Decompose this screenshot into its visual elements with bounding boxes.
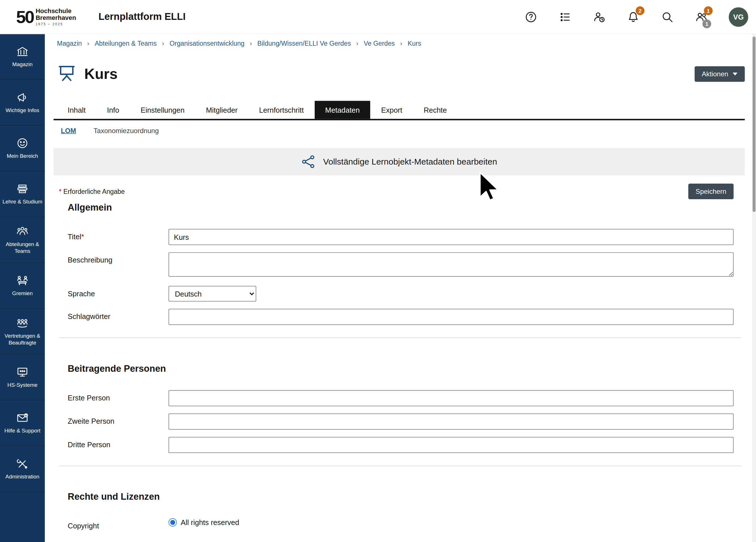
subtab-taxonomiezuordnung[interactable]: Taxonomiezuordnung (94, 127, 159, 134)
tab-bar: Inhalt Info Einstellungen Mitglieder Ler… (54, 101, 745, 120)
tab-lernfortschritt[interactable]: Lernfortschritt (248, 101, 314, 119)
breadcrumb-item-abteilungen-teams[interactable]: Abteilungen & Teams (95, 40, 157, 47)
tab-export[interactable]: Export (370, 101, 413, 119)
sidebar-item-label: Administration (4, 474, 41, 480)
notifications-button[interactable]: 2 (626, 10, 640, 24)
erste-person-field-wrap (169, 390, 734, 406)
tab-mitglieder[interactable]: Mitglieder (195, 101, 248, 119)
required-note-text: Erforderliche Angabe (62, 188, 125, 195)
sprache-label: Sprache (68, 286, 169, 298)
logo-text: Hochschule Bremerhaven 1975 – 2025 (35, 8, 76, 26)
vertical-scrollbar[interactable] (752, 34, 756, 542)
speichern-button[interactable]: Speichern (688, 184, 734, 199)
sidebar-item-label: Magazin (11, 61, 34, 68)
sidebar-item-label: Wichtige Infos (4, 107, 41, 114)
dritte-person-field-wrap (169, 437, 734, 453)
chevron-down-icon (733, 73, 738, 75)
sidebar-item-wichtige-infos[interactable]: Wichtige Infos (0, 80, 45, 126)
sidebar-item-vertretungen-beauftragte[interactable]: Vertretungen & Beauftragte (0, 309, 45, 354)
header-actions: 2 1 1 VG (524, 7, 748, 27)
beschreibung-textarea[interactable] (169, 252, 734, 277)
user-clock-icon (593, 10, 606, 23)
contacts-badge-bottom: 1 (702, 19, 711, 28)
sidebar-item-administration[interactable]: Administration (0, 446, 45, 492)
titel-input[interactable] (169, 229, 734, 245)
required-note: * Erforderliche Angabe (59, 188, 125, 195)
sidebar-item-lehre-studium[interactable]: Lehre & Studium (0, 171, 45, 217)
speichern-button-label: Speichern (696, 188, 726, 195)
main-content: Magazin › Abteilungen & Teams › Organisa… (45, 34, 752, 542)
tab-info[interactable]: Info (96, 101, 130, 119)
subtab-lom[interactable]: LOM (61, 127, 76, 134)
user-status-button[interactable] (592, 10, 606, 24)
tab-einstellungen[interactable]: Einstellungen (130, 101, 195, 119)
breadcrumb-separator-icon: › (162, 40, 164, 47)
screenshot-viewport: 50 Hochschule Bremerhaven 1975 – 2025 Le… (0, 0, 756, 542)
committee-icon (16, 274, 29, 287)
books-icon (16, 183, 29, 196)
zweite-person-field-wrap (169, 413, 734, 430)
contacts-button[interactable]: 1 1 (695, 10, 708, 24)
hochschule-bremerhaven-logo[interactable]: 50 Hochschule Bremerhaven 1975 – 2025 (16, 8, 76, 26)
beschreibung-field-wrap (169, 252, 734, 279)
breadcrumb-separator-icon: › (250, 40, 252, 47)
dritte-person-input[interactable] (169, 437, 734, 453)
sidebar-item-abteilungen-teams[interactable]: Abteilungen & Teams (0, 217, 45, 263)
sidebar-item-mein-bereich[interactable]: Mein Bereich (0, 126, 45, 171)
copyright-radio[interactable] (169, 518, 177, 526)
app-title: Lernplattform ELLI (98, 11, 186, 22)
top-header: 50 Hochschule Bremerhaven 1975 – 2025 Le… (0, 0, 756, 34)
search-icon (661, 10, 674, 23)
breadcrumb-item-bildung-wissen[interactable]: Bildung/Wissen/ELLI Ve Gerdes (257, 40, 351, 47)
sidebar-item-magazin[interactable]: Magazin (0, 34, 45, 80)
breadcrumb-item-magazin[interactable]: Magazin (57, 40, 82, 47)
banner-label: Vollständige Lernobjekt-Metadaten bearbe… (323, 157, 497, 167)
sprache-select[interactable]: Deutsch (169, 286, 256, 302)
sidebar-item-label: Abteilungen & Teams (0, 241, 45, 255)
megaphone-icon (16, 91, 29, 104)
aktionen-button[interactable]: Aktionen (694, 66, 745, 82)
sidebar-item-hilfe-support[interactable]: Hilfe & Support (0, 400, 45, 446)
tab-rechte[interactable]: Rechte (413, 101, 457, 119)
user-avatar[interactable]: VG (729, 7, 748, 27)
breadcrumb-item-ve-gerdes[interactable]: Ve Gerdes (364, 40, 395, 47)
form-row-erste-person: Erste Person (54, 390, 745, 406)
sidebar-item-gremien[interactable]: Gremien (0, 263, 45, 309)
breadcrumb: Magazin › Abteilungen & Teams › Organisa… (54, 40, 745, 47)
form-row-copyright: Copyright All rights reserved (54, 518, 745, 530)
form-row-zweite-person: Zweite Person (54, 413, 745, 430)
beschreibung-label: Beschreibung (68, 252, 169, 264)
edit-full-metadata-banner[interactable]: Vollständige Lernobjekt-Metadaten bearbe… (54, 148, 745, 175)
erste-person-input[interactable] (169, 390, 734, 406)
search-button[interactable] (661, 10, 674, 24)
magazin-icon (16, 45, 29, 58)
sidebar-item-hs-systeme[interactable]: HS-Systeme (0, 355, 45, 400)
sidebar-item-label: HS-Systeme (6, 382, 39, 389)
schlagwoerter-label: Schlagwörter (68, 309, 169, 320)
section-divider (59, 338, 742, 338)
logo-name-line2: Bremerhaven (35, 14, 76, 21)
copyright-label: Copyright (68, 518, 169, 530)
page-title-row: Kurs Aktionen (54, 63, 745, 85)
tab-inhalt[interactable]: Inhalt (57, 101, 96, 119)
people-group-icon (16, 225, 29, 238)
contacts-badge-top: 1 (704, 6, 713, 15)
copyright-radio-option[interactable]: All rights reserved (169, 518, 734, 526)
section-heading-allgemein: Allgemein (54, 202, 745, 213)
sprache-field-wrap: Deutsch (169, 286, 734, 302)
zweite-person-input[interactable] (169, 413, 734, 430)
notifications-badge: 2 (636, 6, 644, 15)
scrollbar-thumb[interactable] (753, 37, 755, 212)
breadcrumb-item-organisationsentwicklung[interactable]: Organisationsentwicklung (169, 40, 244, 47)
help-button[interactable] (524, 10, 538, 24)
tab-metadaten[interactable]: Metadaten (314, 101, 370, 119)
schlagwoerter-input[interactable] (169, 309, 734, 325)
erste-person-label: Erste Person (68, 390, 169, 402)
share-network-icon (301, 154, 316, 169)
breadcrumb-separator-icon: › (400, 40, 402, 47)
breadcrumb-item-kurs[interactable]: Kurs (408, 40, 421, 47)
list-view-button[interactable] (558, 10, 572, 24)
titel-required-asterisk: * (81, 232, 84, 241)
zweite-person-label: Zweite Person (68, 413, 169, 425)
logo-name-line1: Hochschule (35, 8, 76, 15)
